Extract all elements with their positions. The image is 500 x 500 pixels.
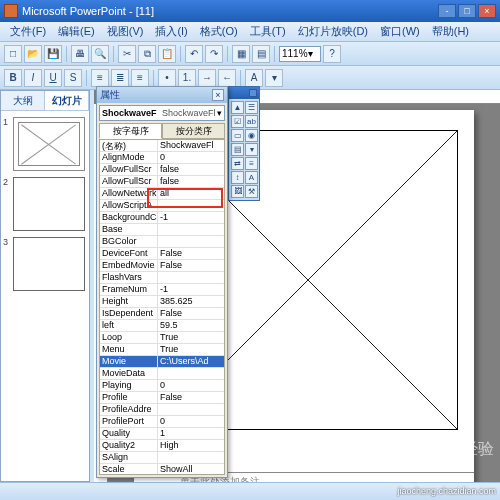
menu-format[interactable]: 格式(O) — [194, 22, 244, 41]
toolbox-option-button[interactable]: ◉ — [245, 129, 258, 142]
cut-button[interactable]: ✂ — [118, 45, 136, 63]
property-row[interactable]: BGColor — [100, 236, 224, 248]
property-row[interactable]: FlashVars — [100, 272, 224, 284]
property-row[interactable]: Quality2High — [100, 440, 224, 452]
align-center-button[interactable]: ≣ — [111, 69, 129, 87]
close-button[interactable]: × — [478, 4, 496, 18]
toolbox-toggle-button[interactable]: ⇄ — [231, 157, 244, 170]
toolbox-textbox-button[interactable]: ab — [245, 115, 258, 128]
object-selector[interactable]: ShockwaveFShockwaveFl▾ — [99, 105, 225, 121]
property-row[interactable]: ProfileAddre — [100, 404, 224, 416]
menu-insert[interactable]: 插入(I) — [149, 22, 193, 41]
align-right-button[interactable]: ≡ — [131, 69, 149, 87]
property-row[interactable]: Playing0 — [100, 380, 224, 392]
property-row[interactable]: IsDependentFalse — [100, 308, 224, 320]
sort-alpha-tab[interactable]: 按字母序 — [99, 123, 162, 139]
slide-thumb-1[interactable]: 1 — [5, 117, 85, 171]
undo-button[interactable]: ↶ — [185, 45, 203, 63]
italic-button[interactable]: I — [24, 69, 42, 87]
copy-button[interactable]: ⧉ — [138, 45, 156, 63]
menu-help[interactable]: 帮助(H) — [426, 22, 475, 41]
paste-button[interactable]: 📋 — [158, 45, 176, 63]
preview-button[interactable]: 🔍 — [91, 45, 109, 63]
property-row[interactable]: AllowScriptA — [100, 200, 224, 212]
zoom-combo[interactable]: 111%▾ — [279, 46, 321, 62]
toolbox-pointer-button[interactable]: ▲ — [231, 101, 244, 114]
new-button[interactable]: □ — [4, 45, 22, 63]
property-row[interactable]: AllowFullScrfalse — [100, 164, 224, 176]
property-row[interactable]: AlignMode0 — [100, 152, 224, 164]
toolbox-more-button[interactable]: ⚒ — [245, 185, 258, 198]
open-button[interactable]: 📂 — [24, 45, 42, 63]
toolbox-spin-button[interactable]: ≡ — [245, 157, 258, 170]
property-row[interactable]: LoopTrue — [100, 332, 224, 344]
menu-window[interactable]: 窗口(W) — [374, 22, 426, 41]
numbering-button[interactable]: 1. — [178, 69, 196, 87]
underline-button[interactable]: U — [44, 69, 62, 87]
toolbox-image-button[interactable]: 🖼 — [231, 185, 244, 198]
property-row[interactable]: FrameNum-1 — [100, 284, 224, 296]
menu-edit[interactable]: 编辑(E) — [52, 22, 101, 41]
property-row[interactable]: MovieData — [100, 368, 224, 380]
app-icon — [4, 4, 18, 18]
property-row[interactable]: MenuTrue — [100, 344, 224, 356]
thumbnails: 1 2 3 — [1, 111, 89, 481]
outline-tab[interactable]: 大纲 — [1, 91, 45, 110]
property-row[interactable]: Quality1 — [100, 428, 224, 440]
font-color-button[interactable]: A — [245, 69, 263, 87]
toolbox-list-button[interactable]: ▤ — [231, 143, 244, 156]
bullets-button[interactable]: • — [158, 69, 176, 87]
toolbox-command-button[interactable]: ▭ — [231, 129, 244, 142]
increase-indent-button[interactable]: → — [198, 69, 216, 87]
menu-tools[interactable]: 工具(T) — [244, 22, 292, 41]
toolbox-label-button[interactable]: A — [245, 171, 258, 184]
shadow-button[interactable]: S — [64, 69, 82, 87]
menu-file[interactable]: 文件(F) — [4, 22, 52, 41]
property-row[interactable]: (名称)ShockwaveFl — [100, 140, 224, 152]
property-row[interactable]: BackgroundCo-1 — [100, 212, 224, 224]
bold-button[interactable]: B — [4, 69, 22, 87]
decrease-indent-button[interactable]: ← — [218, 69, 236, 87]
redo-button[interactable]: ↷ — [205, 45, 223, 63]
property-row[interactable]: EmbedMovieFalse — [100, 260, 224, 272]
property-row[interactable]: MovieC:\Users\Ad — [100, 356, 224, 368]
toolbox-combo-button[interactable]: ▾ — [245, 143, 258, 156]
sort-category-tab[interactable]: 按分类序 — [162, 123, 225, 139]
help-button[interactable]: ? — [323, 45, 341, 63]
toolbox-scroll-button[interactable]: ↕ — [231, 171, 244, 184]
control-toolbox[interactable]: ▲ ☰ ☑ ab ▭ ◉ ▤ ▾ ⇄ ≡ ↕ A 🖼 ⚒ — [228, 86, 260, 201]
toolbox-checkbox-button[interactable]: ☑ — [231, 115, 244, 128]
property-row[interactable]: SAlign — [100, 452, 224, 464]
align-left-button[interactable]: ≡ — [91, 69, 109, 87]
property-row[interactable]: Base — [100, 224, 224, 236]
menu-view[interactable]: 视图(V) — [101, 22, 150, 41]
slides-tab[interactable]: 幻灯片 — [45, 91, 89, 110]
property-row[interactable]: ProfileFalse — [100, 392, 224, 404]
slide-thumb-3[interactable]: 3 — [5, 237, 85, 291]
property-grid[interactable]: (名称)ShockwaveFlAlignMode0AllowFullScrfal… — [99, 139, 225, 475]
separator — [86, 70, 87, 86]
property-row[interactable]: Height385.625 — [100, 296, 224, 308]
design-button[interactable]: ▾ — [265, 69, 283, 87]
property-row[interactable]: AllowFullScrfalse — [100, 176, 224, 188]
property-row[interactable]: ProfilePort0 — [100, 416, 224, 428]
menu-bar: 文件(F) 编辑(E) 视图(V) 插入(I) 格式(O) 工具(T) 幻灯片放… — [0, 22, 500, 42]
standard-toolbar: □ 📂 💾 🖶 🔍 ✂ ⧉ 📋 ↶ ↷ ▦ ▤ 111%▾ ? — [0, 42, 500, 66]
chart-button[interactable]: ▦ — [232, 45, 250, 63]
separator — [240, 70, 241, 86]
save-button[interactable]: 💾 — [44, 45, 62, 63]
print-button[interactable]: 🖶 — [71, 45, 89, 63]
maximize-button[interactable]: □ — [458, 4, 476, 18]
toolbox-properties-button[interactable]: ☰ — [245, 101, 258, 114]
property-row[interactable]: DeviceFontFalse — [100, 248, 224, 260]
minimize-button[interactable]: - — [438, 4, 456, 18]
property-row[interactable]: ScaleShowAll — [100, 464, 224, 475]
property-row[interactable]: left59.5 — [100, 320, 224, 332]
separator — [66, 46, 67, 62]
slide-thumb-2[interactable]: 2 — [5, 177, 85, 231]
toolbox-close-icon[interactable] — [249, 89, 257, 97]
property-row[interactable]: AllowNetworkall — [100, 188, 224, 200]
table-button[interactable]: ▤ — [252, 45, 270, 63]
menu-slideshow[interactable]: 幻灯片放映(D) — [292, 22, 374, 41]
properties-close-button[interactable]: × — [212, 89, 224, 101]
